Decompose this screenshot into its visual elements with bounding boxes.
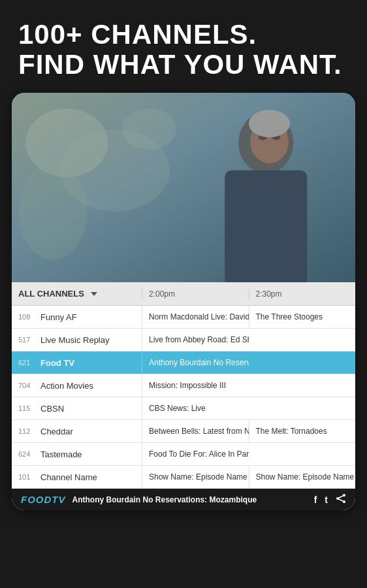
show-cell-live-music-1: Live from Abbey Road: Ed Sheeran — [142, 329, 249, 351]
show-cell-food-tv-1: Anthony Bourdain No Reservations: Mozamb… — [142, 351, 249, 374]
svg-point-5 — [121, 108, 176, 150]
share-icon[interactable] — [336, 494, 346, 505]
show-cell-cheddar-2: The Melt: Tornadoes — [249, 420, 356, 442]
dropdown-arrow-icon — [91, 292, 97, 296]
show-cell-food-tv-2 — [249, 351, 355, 374]
channel-dropdown[interactable]: ALL CHANNELS — [12, 289, 142, 299]
bottom-bar-left: FOODTV Anthony Bourdain No Reservations:… — [21, 494, 257, 505]
show-cell-placeholder-1: Show Name: Episode Name — [142, 466, 249, 488]
show-cell-live-music-2 — [249, 329, 355, 351]
channel-logo: FOODTV — [21, 494, 66, 505]
channel-row-food-tv[interactable]: 621 Food TV Anthony Bourdain No Reservat… — [12, 351, 355, 374]
svg-point-13 — [249, 110, 290, 137]
show-cell-action-1: Mission: Impossible III — [142, 374, 249, 397]
channel-cell-cheddar: 112 Cheddar — [12, 420, 142, 442]
channel-row-funny-af[interactable]: 108 Funny AF Norm Macdonald Live: David … — [12, 306, 355, 329]
facebook-icon[interactable]: f — [314, 495, 317, 505]
svg-line-17 — [338, 495, 344, 498]
show-cell-cheddar-1: Between Bells: Latest from NYSE — [142, 420, 249, 442]
channel-row-live-music[interactable]: 517 Live Music Replay Live from Abbey Ro… — [12, 329, 355, 351]
channel-cell-tastemade: 624 Tastemade — [12, 443, 142, 465]
social-icons: f t — [314, 494, 346, 505]
channel-row-cheddar[interactable]: 112 Cheddar Between Bells: Latest from N… — [12, 420, 355, 443]
svg-point-4 — [19, 164, 88, 260]
show-cell-funny-af-1: Norm Macdonald Live: David Letter... — [142, 306, 249, 328]
grid-header: ALL CHANNELS 2:00pm 2:30pm — [12, 282, 355, 306]
channel-cell-placeholder: 101 Channel Name — [12, 466, 142, 488]
time-slot-1: 2:00pm — [142, 289, 249, 299]
video-content — [12, 93, 355, 282]
show-cell-placeholder-2: Show Name: Episode Name — [249, 466, 356, 488]
bottom-bar: FOODTV Anthony Bourdain No Reservations:… — [12, 489, 355, 510]
video-preview[interactable] — [12, 93, 355, 282]
channel-row-action[interactable]: 704 Action Movies Mission: Impossible II… — [12, 374, 355, 397]
channel-cell-funny-af: 108 Funny AF — [12, 306, 142, 328]
show-cell-cbsn-1: CBS News: Live — [142, 397, 249, 419]
channel-cell-food-tv: 621 Food TV — [12, 351, 142, 374]
show-cell-tastemade-2 — [249, 443, 355, 465]
channel-row-placeholder[interactable]: 101 Channel Name Show Name: Episode Name… — [12, 466, 355, 489]
dropdown-label: ALL CHANNELS — [18, 289, 84, 299]
channel-cell-action: 704 Action Movies — [12, 374, 142, 397]
show-cell-action-2 — [249, 374, 355, 397]
header-section: 100+ CHANNELS. FIND WHAT YOU WANT. — [0, 0, 367, 93]
headline: 100+ CHANNELS. FIND WHAT YOU WANT. — [18, 20, 349, 80]
time-slot-2: 2:30pm — [249, 289, 356, 299]
now-playing-title: Anthony Bourdain No Reservations: Mozamb… — [72, 495, 257, 504]
channel-row-tastemade[interactable]: 624 Tastemade Food To Die For: Alice In … — [12, 443, 355, 466]
show-cell-funny-af-2: The Three Stooges — [249, 306, 356, 328]
show-cell-tastemade-1: Food To Die For: Alice In Paris — [142, 443, 249, 465]
twitter-icon[interactable]: t — [325, 495, 328, 505]
device-frame: ALL CHANNELS 2:00pm 2:30pm 108 Funny AF … — [12, 93, 355, 510]
channel-cell-live-music: 517 Live Music Replay — [12, 329, 142, 351]
channel-cell-cbsn: 115 CBSN — [12, 397, 142, 419]
show-cell-cbsn-2 — [249, 397, 355, 419]
channel-row-cbsn[interactable]: 115 CBSN CBS News: Live — [12, 397, 355, 420]
channel-grid: ALL CHANNELS 2:00pm 2:30pm 108 Funny AF … — [12, 282, 355, 489]
svg-line-18 — [338, 498, 344, 502]
